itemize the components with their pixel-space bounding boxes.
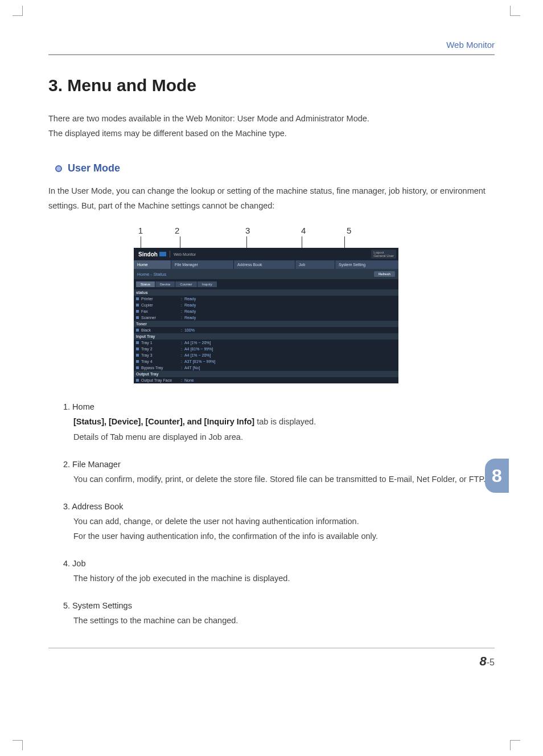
intro-text: There are two modes available in the Web… bbox=[48, 111, 495, 141]
row-label: Printer bbox=[141, 297, 181, 301]
tab-job[interactable]: Job bbox=[295, 260, 335, 269]
status-row-scanner: Scanner:Ready bbox=[134, 314, 398, 321]
row-value: 100% bbox=[184, 328, 195, 332]
section-output-tray-head: Output Tray bbox=[134, 371, 398, 377]
page-sub-number: -5 bbox=[487, 657, 495, 667]
input-tray-row-2: Tray 2:A4 [81% ~ 99%] bbox=[134, 346, 398, 352]
row-value: Ready bbox=[184, 297, 196, 301]
callout-3: 3 bbox=[210, 226, 284, 235]
callout-lines bbox=[134, 236, 398, 248]
chapter-side-tab: 8 bbox=[485, 459, 509, 493]
row-value: A4T [No] bbox=[184, 366, 200, 370]
row-label: Black bbox=[141, 328, 181, 332]
section-toner-head: Toner bbox=[134, 321, 398, 327]
refresh-button[interactable]: Refresh bbox=[374, 271, 395, 277]
list-item-body: The settings to the machine can be chang… bbox=[73, 613, 495, 628]
input-tray-row-bypass: Bypass Tray:A4T [No] bbox=[134, 365, 398, 371]
breadcrumb-bar: Home - Status Refresh bbox=[134, 269, 398, 279]
status-row-copier: Copier:Ready bbox=[134, 302, 398, 308]
list-item-3: 3. Address Book You can add, change, or … bbox=[63, 499, 495, 543]
input-tray-row-4: Tray 4:A3T [81% ~ 99%] bbox=[134, 358, 398, 365]
subsection-description: In the User Mode, you can change the loo… bbox=[48, 183, 495, 213]
square-icon bbox=[136, 341, 139, 344]
list-item-4: 4. Job The history of the job executed i… bbox=[63, 556, 495, 586]
header-label: Web Monitor bbox=[48, 40, 495, 50]
row-label: Bypass Tray bbox=[141, 366, 181, 370]
breadcrumb: Home - Status bbox=[137, 272, 166, 277]
numbered-list: 1. Home [Status], [Device], [Counter], a… bbox=[63, 399, 495, 628]
section-title: 3. Menu and Mode bbox=[48, 76, 495, 95]
list-item-2: 2. File Manager You can confirm, modify,… bbox=[63, 457, 495, 487]
square-icon bbox=[136, 329, 139, 332]
square-icon bbox=[136, 366, 139, 369]
header-rule bbox=[48, 54, 495, 55]
row-label: Tray 1 bbox=[141, 341, 181, 345]
status-row-printer: Printer:Ready bbox=[134, 296, 398, 302]
embedded-screenshot: Sindoh Web Monitor Logout General User H… bbox=[134, 248, 398, 383]
output-tray-row: Output Tray Face:None bbox=[134, 377, 398, 383]
square-icon bbox=[136, 354, 139, 357]
subsection-heading: User Mode bbox=[48, 162, 495, 174]
footer-rule bbox=[48, 648, 495, 648]
input-tray-row-1: Tray 1:A4 [1% ~ 20%] bbox=[134, 340, 398, 346]
list-item-title: 4. Job bbox=[63, 556, 495, 571]
list-item-body: [Status], [Device], [Counter], and [Inqu… bbox=[73, 414, 495, 429]
logout-box[interactable]: Logout General User bbox=[371, 250, 396, 259]
list-item-bold: [Status], [Device], [Counter], and [Inqu… bbox=[73, 417, 254, 426]
tab-system-setting[interactable]: System Setting bbox=[335, 260, 398, 269]
intro-line-1: There are two modes available in the Web… bbox=[48, 111, 495, 126]
input-tray-row-3: Tray 3:A4 [1% ~ 20%] bbox=[134, 352, 398, 358]
row-value: A4 [1% ~ 20%] bbox=[184, 341, 211, 345]
row-value: Ready bbox=[184, 309, 196, 313]
list-item-rest: tab is displayed. bbox=[254, 417, 316, 426]
subsection-title: User Mode bbox=[68, 162, 120, 174]
subtab-counter[interactable]: Counter bbox=[175, 281, 196, 287]
brand-divider bbox=[170, 251, 170, 258]
intro-line-2: The displayed items may be different bas… bbox=[48, 126, 495, 141]
subtab-device[interactable]: Device bbox=[155, 281, 175, 287]
list-item-line2: Details of Tab menu are displayed in Job… bbox=[73, 430, 495, 444]
row-value: Ready bbox=[184, 303, 196, 307]
subtab-status[interactable]: Status bbox=[136, 281, 155, 287]
callout-5: 5 bbox=[340, 226, 374, 235]
square-icon bbox=[136, 316, 139, 319]
main-tabs: Home File Manager Address Book Job Syste… bbox=[134, 260, 398, 269]
square-icon bbox=[136, 310, 139, 313]
list-item-title: 3. Address Book bbox=[63, 499, 495, 514]
callout-4: 4 bbox=[284, 226, 340, 235]
square-icon bbox=[136, 297, 139, 300]
list-item-body: You can confirm, modify, print, or delet… bbox=[73, 472, 495, 487]
section-input-tray-head: Input Tray bbox=[134, 333, 398, 340]
square-icon bbox=[136, 379, 139, 382]
tab-address-book[interactable]: Address Book bbox=[234, 260, 295, 269]
list-item-title: 2. File Manager bbox=[63, 457, 495, 472]
square-icon bbox=[136, 360, 139, 363]
list-item-body-l1: You can add, change, or delete the user … bbox=[73, 514, 495, 529]
brand-subtitle: Web Monitor bbox=[174, 252, 196, 256]
tab-home[interactable]: Home bbox=[134, 260, 171, 269]
row-value: Ready bbox=[184, 316, 196, 320]
callout-2: 2 bbox=[147, 226, 210, 235]
row-value: A4 [81% ~ 99%] bbox=[184, 347, 213, 351]
row-value: A4 [1% ~ 20%] bbox=[184, 353, 211, 357]
row-label: Output Tray Face bbox=[141, 378, 181, 382]
row-label: Copier bbox=[141, 303, 181, 307]
user-role-label: General User bbox=[373, 254, 394, 258]
toner-row-black: Black:100% bbox=[134, 327, 398, 333]
status-row-fax: Fax:Ready bbox=[134, 308, 398, 314]
row-label: Tray 2 bbox=[141, 347, 181, 351]
sub-tabs: Status Device Counter Inquiry bbox=[134, 279, 398, 289]
subtab-inquiry[interactable]: Inquiry bbox=[198, 281, 217, 287]
section-status-head: status bbox=[134, 289, 398, 296]
list-item-body-l2: For the user having authentication info,… bbox=[73, 529, 495, 543]
list-item-5: 5. System Settings The settings to the m… bbox=[63, 598, 495, 628]
tab-file-manager[interactable]: File Manager bbox=[171, 260, 234, 269]
bullet-icon bbox=[55, 165, 62, 172]
row-label: Scanner bbox=[141, 316, 181, 320]
square-icon bbox=[136, 304, 139, 307]
page-number: 8-5 bbox=[48, 654, 495, 669]
brand-flag-icon bbox=[159, 252, 166, 256]
list-item-title: 5. System Settings bbox=[63, 598, 495, 613]
row-value: A3T [81% ~ 99%] bbox=[184, 359, 216, 363]
square-icon bbox=[136, 348, 139, 350]
